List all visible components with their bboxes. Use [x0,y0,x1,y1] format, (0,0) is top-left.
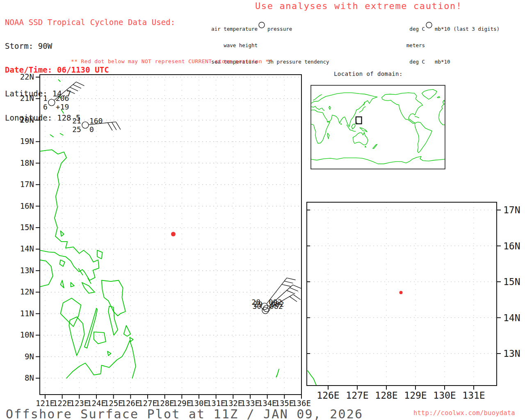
latitude-tick-label: 14N [20,244,34,253]
coastline [329,106,331,110]
longitude-tick-label: 136E [292,399,311,408]
coastline-layer [311,89,445,164]
coastline [40,150,99,280]
surface-plot-canvas: 22N21N20N19N18N17N16N15N14N13N12N11N10N9… [0,0,525,420]
latitude-tick-label: 13N [20,266,34,275]
plot-title: Offshore Surface Plot at 11Z / JAN 09, 2… [6,407,363,420]
wind-barb-feather [293,285,301,289]
latitude-tick-label: 11N [20,309,34,318]
submap-longitude-tick-label: 127E [346,390,368,401]
station-circle [48,99,55,106]
coastline [69,317,84,356]
wind-barb-feather [282,284,290,286]
locator-map-panel [311,85,445,169]
station-sea-temperature: 6 [43,103,48,111]
wind-barb-feather [112,122,116,130]
submap-latitude-tick-label: 17N [503,205,520,215]
latitude-tick-label: 8N [25,373,34,382]
longitude-tick-label: 122E [53,399,72,408]
station-circle [262,307,269,314]
longitude-tick-label: 121E [36,399,55,408]
latitude-tick-label: 10N [20,330,34,339]
locator-map-border [311,85,445,169]
station-pressure: 082 [269,302,283,310]
longitude-tick-label: 130E [189,399,208,408]
longitude-tick-label: 133E [241,399,260,408]
storm-position-dot [171,232,176,236]
submap-longitude-tick-label: 130E [433,390,456,401]
coastline [422,89,437,99]
coastline [276,369,279,377]
coastline-layer [308,371,316,386]
wind-barb-feather [293,294,301,300]
latitude-tick-label: 21N [20,94,34,103]
station-pressure: 206 [56,94,69,103]
coastline [130,337,133,342]
coastline [415,116,419,118]
coastline [439,103,445,125]
longitude-tick-label: 125E [104,399,123,408]
coastline [437,96,440,98]
coastline [66,340,136,378]
coastline [107,352,111,356]
coastline [373,144,377,148]
coastline [308,371,316,386]
submap-latitude-tick-label: 15N [503,276,520,287]
station-sea-temperature: 25 [72,125,81,134]
wind-barb-feather [287,278,295,280]
wind-barb-feather [290,288,298,291]
wind-barb-feather [67,90,75,94]
main-map-panel: 22N21N20N19N18N17N16N15N14N13N12N11N10N9… [20,72,311,408]
coastline [311,93,377,127]
submap-latitude-tick-label: 16N [503,241,520,251]
station-pressure-tendency: +19 [56,103,69,111]
coastline [327,133,329,139]
wind-barb-feather [108,123,112,130]
station-plot: 16206+19 [43,82,84,111]
longitude-tick-label: 135E [275,399,294,408]
latitude-tick-label: 17N [20,180,34,189]
station-air-temperature: 21 [72,116,81,125]
buoy-plot-page: { "header": { "info_lines": [ {"text": "… [0,0,525,420]
latitude-tick-label: 16N [20,201,34,210]
coastline [61,281,64,288]
coastline [59,260,65,267]
coastline [71,283,74,287]
coastline [352,124,355,129]
wind-barb-feather [287,290,295,294]
latitude-tick-label: 15N [20,223,34,232]
latitude-tick-label: 20N [20,115,34,124]
wind-barb-feather [284,281,293,283]
coastline [353,132,368,145]
longitude-tick-label: 128E [155,399,174,408]
coastline [97,250,103,259]
longitude-tick-label: 131E [207,399,226,408]
submap-latitude-tick-label: 13N [503,348,520,359]
latitude-tick-label: 19N [20,137,34,146]
longitude-tick-label: 134E [258,399,277,408]
wind-barb-feather [290,297,297,302]
longitude-tick-label: 124E [87,399,106,408]
submap-latitude-tick-label: 14N [503,313,520,323]
wind-barb-feather [73,84,81,88]
longitude-tick-label: 127E [138,399,157,408]
submap-longitude-tick-label: 131E [462,390,485,401]
station-pressure-tendency: 0 [89,125,94,134]
wind-barb-feather [116,122,121,130]
submap-longitude-tick-label: 126E [317,390,339,401]
submap-longitude-tick-label: 129E [404,390,427,401]
coastline [347,125,356,131]
coastline [94,332,106,344]
station-air-temperature: 30 [252,302,261,310]
longitude-tick-label: 123E [70,399,89,408]
coastline [341,123,342,124]
wind-barb-feather [70,87,78,91]
coastline [443,100,445,104]
source-url[interactable]: http://coolwx.com/buoydata [413,409,515,417]
coastline [88,278,91,283]
coastline [61,298,81,326]
latitude-tick-label: 12N [20,287,34,296]
latitude-tick-label: 9N [25,352,34,361]
station-air-temperature: 1 [43,94,48,103]
station-pressure: 160 [89,116,103,125]
